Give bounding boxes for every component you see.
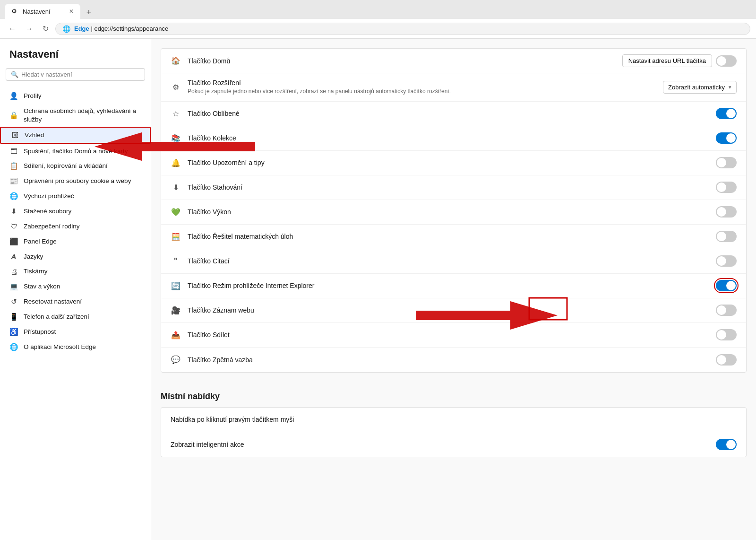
search-input[interactable]	[21, 71, 140, 78]
zaznam-label: Tlačítko Záznam webu	[188, 306, 254, 314]
sidebar-item-label: Stažené soubory	[24, 207, 71, 216]
domu-toggle-thumb	[717, 56, 726, 66]
search-icon: 🔍	[11, 71, 18, 78]
tab-close-button[interactable]: ✕	[69, 8, 74, 15]
sidebar-item-label: Ochrana osobních údajů, vyhledávání a sl…	[24, 107, 141, 123]
zpetna-vazba-toggle[interactable]	[716, 354, 737, 366]
chevron-down-icon: ▾	[729, 84, 731, 90]
sidebar-item-tiskarny[interactable]: 🖨 Tiskárny	[0, 264, 151, 279]
sidebar-item-label: Tiskárny	[24, 267, 48, 276]
oblibene-toggle[interactable]	[716, 108, 737, 119]
setting-row-rozsireni: ⚙ Tlačítko Rozšíření Pokud je zapnuté je…	[161, 73, 746, 102]
tab-favicon: ⚙	[11, 8, 19, 15]
sidebar-item-pristupnost[interactable]: ♿ Přístupnost	[0, 324, 151, 340]
context-menus-section-title: Místní nabídky	[151, 382, 756, 407]
sidebar-item-telefon[interactable]: 📱 Telefon a další zařízení	[0, 309, 151, 324]
new-tab-button[interactable]: +	[82, 6, 95, 19]
ie-mode-icon: 🔄	[171, 281, 181, 290]
context-menus-section: Nabídka po kliknutí pravým tlačítkem myš…	[161, 407, 747, 457]
sidebar-item-spusteni[interactable]: 🗔 Spuštění, tlačítko Domů a nové karty	[0, 144, 151, 159]
citaci-label: Tlačítko Citací	[188, 257, 230, 265]
upozorneni-icon: 🔔	[171, 158, 181, 167]
setting-row-stahovani: ⬇ Tlačítko Stahování	[161, 175, 746, 200]
sidebar-item-label: Profily	[24, 92, 42, 100]
resitel-icon: 🧮	[171, 232, 181, 241]
sidebar-item-label: Resetovat nastavení	[24, 297, 82, 306]
sidebar-item-profily[interactable]: 👤 Profily	[0, 88, 151, 104]
address-bar[interactable]: 🌐 Edge | edge://settings/appearance	[55, 23, 750, 35]
setting-row-citaci: " Tlačítko Citací	[161, 249, 746, 274]
setting-row-nabidka-klik: Nabídka po kliknutí pravým tlačítkem myš…	[161, 408, 746, 432]
sidebar-item-vzhled[interactable]: 🖼 Vzhled	[0, 127, 151, 144]
stav-icon: 💻	[9, 282, 18, 291]
nabidka-klik-label: Nabídka po kliknutí pravým tlačítkem myš…	[171, 416, 294, 423]
kolekce-toggle[interactable]	[716, 132, 737, 144]
search-box[interactable]: 🔍	[6, 68, 145, 81]
sdilet-toggle[interactable]	[716, 329, 737, 340]
forward-button[interactable]: →	[23, 23, 36, 35]
sdilet-icon: 📤	[171, 331, 181, 340]
domu-toggle[interactable]	[716, 55, 737, 67]
sidebar-item-label: Telefon a další zařízení	[24, 313, 89, 321]
tab-bar: ⚙ Nastavení ✕ +	[0, 0, 756, 19]
setting-row-oblibene: ☆ Tlačítko Oblíbené	[161, 102, 746, 126]
sidebar-item-opravneni[interactable]: 📰 Oprávnění pro soubory cookie a weby	[0, 174, 151, 189]
inteligentni-akce-toggle[interactable]	[716, 439, 737, 450]
active-tab[interactable]: ⚙ Nastavení ✕	[5, 4, 80, 19]
sidebar-item-label: Zabezpečení rodiny	[24, 222, 80, 231]
upozorneni-label: Tlačítko Upozornění a tipy	[188, 159, 265, 166]
profily-icon: 👤	[9, 92, 18, 100]
sdileni-icon: 📋	[9, 162, 18, 170]
citaci-toggle[interactable]	[716, 255, 737, 267]
sidebar-item-label: Stav a výkon	[24, 282, 60, 291]
sidebar-item-ochrana[interactable]: 🔒 Ochrana osobních údajů, vyhledávání a …	[0, 104, 151, 127]
zaznam-icon: 🎥	[171, 306, 181, 315]
sidebar-item-label: O aplikaci Microsoft Edge	[24, 343, 96, 351]
oblibene-label: Tlačítko Oblíbené	[188, 110, 240, 117]
domu-icon: 🏠	[171, 56, 181, 65]
edge-favicon-icon: 🌐	[62, 25, 70, 33]
resetovat-icon: ↺	[9, 297, 18, 306]
sidebar-item-stav[interactable]: 💻 Stav a výkon	[0, 279, 151, 294]
inteligentni-akce-toggle-thumb	[726, 440, 736, 449]
resitel-toggle[interactable]	[716, 231, 737, 242]
oblibene-icon: ☆	[171, 109, 181, 118]
citaci-icon: "	[171, 256, 181, 266]
rozsireni-select-value: Zobrazit automaticky	[668, 84, 725, 91]
stahovani-icon: ⬇	[171, 183, 181, 192]
address-url: edge://settings/appearance	[94, 25, 168, 32]
refresh-button[interactable]: ↻	[40, 22, 52, 35]
upozorneni-toggle[interactable]	[716, 157, 737, 168]
vykon-icon: 💚	[171, 208, 181, 217]
sidebar-item-vychozi[interactable]: 🌐 Výchozí prohlížeč	[0, 189, 151, 204]
sidebar-item-resetovat[interactable]: ↺ Resetovat nastavení	[0, 294, 151, 309]
sidebar-item-o-aplikaci[interactable]: 🌐 O aplikaci Microsoft Edge	[0, 340, 151, 355]
kolekce-icon: 📚	[171, 134, 181, 143]
vykon-toggle[interactable]	[716, 206, 737, 218]
zpetna-vazba-label: Tlačítko Zpětná vazba	[188, 356, 253, 364]
sidebar-item-stazene[interactable]: ⬇ Stažené soubory	[0, 204, 151, 219]
ie-mode-toggle[interactable]	[716, 280, 737, 291]
rozsireni-icon: ⚙	[171, 83, 181, 92]
stahovani-toggle[interactable]	[716, 182, 737, 193]
sdilet-label: Tlačítko Sdílet	[188, 331, 230, 339]
sidebar-item-jazyky[interactable]: A Jazyky	[0, 249, 151, 264]
zaznam-toggle[interactable]	[716, 305, 737, 316]
stahovani-label: Tlačítko Stahování	[188, 183, 242, 191]
sidebar-item-sdileni[interactable]: 📋 Sdílení, kopírování a vkládání	[0, 158, 151, 174]
rozsireni-select[interactable]: Zobrazit automaticky ▾	[663, 81, 737, 94]
nastavit-url-button[interactable]: Nastavit adresu URL tlačítka	[622, 54, 712, 67]
setting-row-vykon: 💚 Tlačítko Výkon	[161, 200, 746, 225]
sidebar-item-label: Sdílení, kopírování a vkládání	[24, 162, 108, 170]
panel-icon: ⬛	[9, 237, 18, 246]
sidebar-item-label: Spuštění, tlačítko Domů a nové karty	[24, 147, 128, 156]
kolekce-label: Tlačítko Kolekce	[188, 134, 236, 142]
setting-row-sdilet: 📤 Tlačítko Sdílet	[161, 323, 746, 348]
rozsireni-desc: Pokud je zapnuté jedno nebo více rozšíře…	[188, 87, 656, 96]
setting-row-kolekce: 📚 Tlačítko Kolekce	[161, 126, 746, 151]
back-button[interactable]: ←	[6, 23, 19, 35]
sidebar-item-label: Přístupnost	[24, 328, 56, 336]
sidebar-item-zabezpeceni[interactable]: 🛡 Zabezpečení rodiny	[0, 219, 151, 234]
tab-title: Nastavení	[23, 8, 65, 15]
sidebar-item-panel[interactable]: ⬛ Panel Edge	[0, 234, 151, 249]
